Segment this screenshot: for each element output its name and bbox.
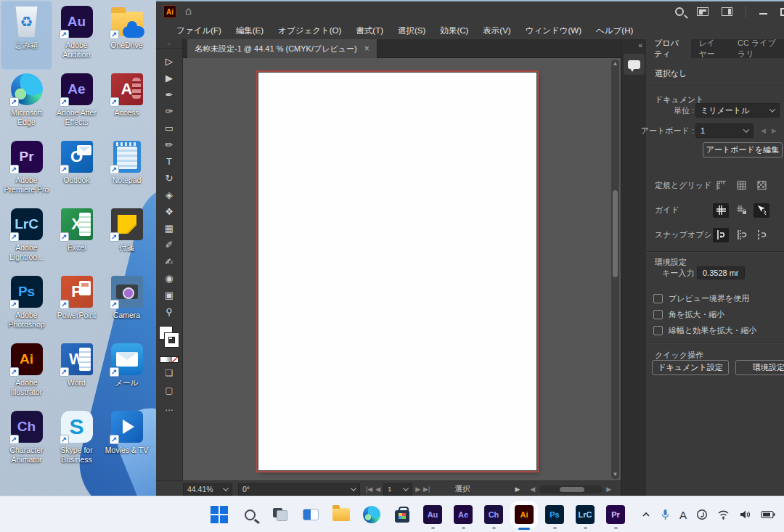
menu-file[interactable]: ファイル(F): [169, 22, 229, 39]
tray-wifi[interactable]: [717, 510, 730, 520]
close-tab-icon[interactable]: ×: [364, 44, 369, 54]
desktop-icon-microsoft-edge[interactable]: ↗ Microsoft Edge: [1, 69, 52, 136]
key-input-field[interactable]: 0.3528 mr: [697, 266, 745, 279]
vertical-scroll-thumb[interactable]: [613, 190, 618, 277]
artboard-select[interactable]: 1: [695, 123, 754, 138]
zoom-level-select[interactable]: 44.41%: [183, 483, 232, 496]
desktop-icon-adobe-photoshop[interactable]: Ps ↗ Adobe Photoshop: [1, 271, 52, 339]
last-artboard-icon[interactable]: ▶|: [423, 486, 430, 493]
taskbar-edge[interactable]: [362, 505, 381, 524]
taskbar-illustrator[interactable]: Ai: [515, 505, 534, 524]
desktop-icon-sticky-notes[interactable]: ↗ 付箋: [102, 204, 152, 271]
grid-icon[interactable]: [733, 179, 749, 193]
stroke-swatch[interactable]: [165, 333, 179, 347]
taskbar-widgets[interactable]: [301, 505, 320, 524]
gradient-icon[interactable]: [166, 357, 172, 362]
screen-mode-icon[interactable]: ▢: [161, 383, 177, 398]
artboard-nav-select[interactable]: 1: [383, 483, 412, 496]
curvature-tool[interactable]: ✑: [160, 103, 179, 120]
eraser-tool[interactable]: ◈: [160, 187, 179, 203]
checkbox-icon[interactable]: [653, 310, 663, 319]
menu-type[interactable]: 書式(T): [348, 22, 391, 39]
desktop-icon-movies-tv[interactable]: ↗ Movies & TV: [102, 406, 152, 474]
selection-tool[interactable]: ▷: [160, 53, 179, 70]
horizontal-scroll-thumb[interactable]: [560, 487, 584, 492]
menu-effect[interactable]: 効果(C): [433, 22, 475, 39]
taskbar-premiere-pro[interactable]: Pr: [606, 505, 625, 524]
unit-select[interactable]: ミリメートル: [695, 103, 780, 118]
scroll-down-icon[interactable]: ▼: [611, 470, 619, 479]
scroll-up-icon[interactable]: ▲: [611, 60, 619, 68]
taskbar-lightroom-classic[interactable]: LrC: [576, 505, 595, 524]
checkbox-icon[interactable]: [653, 294, 663, 303]
tray-volume[interactable]: [739, 510, 751, 520]
desktop-icon-camera[interactable]: ↗ Camera: [102, 271, 152, 339]
desktop-icon-onedrive[interactable]: ↗ OneDrive: [102, 1, 152, 69]
prev-artboard-panel-icon[interactable]: ◀: [761, 127, 766, 134]
draw-mode-icon[interactable]: ❏: [161, 366, 177, 380]
color-mode-bar[interactable]: [160, 356, 179, 363]
menu-object[interactable]: オブジェクト(O): [271, 22, 348, 39]
panel-tab-cc-libraries[interactable]: CC ライブラリ: [730, 39, 784, 58]
tray-battery[interactable]: [761, 510, 775, 519]
menu-edit[interactable]: 編集(E): [229, 22, 271, 39]
color-fill-icon[interactable]: [160, 357, 166, 362]
menu-select[interactable]: 選択(S): [391, 22, 433, 39]
snap-to-pixel-icon[interactable]: [754, 228, 769, 242]
prev-artboard-icon[interactable]: ◀: [375, 486, 380, 493]
desktop-icon-skype-for-business[interactable]: S ↗ Skype for Business: [52, 406, 102, 474]
checkbox-icon[interactable]: [653, 326, 663, 335]
desktop-icon-adobe-lightroom-classic[interactable]: LrC ↗ Adobe Lightroo...: [1, 204, 52, 271]
edit-artboard-button[interactable]: アートボードを編集: [703, 142, 783, 157]
desktop-icon-excel[interactable]: X ↗ Excel: [52, 204, 102, 271]
taskbar-audition[interactable]: Au: [423, 505, 442, 524]
zoom-tool[interactable]: ⚲: [160, 303, 179, 320]
paintbrush-tool[interactable]: ✏: [160, 136, 179, 153]
gradient-tool[interactable]: ▦: [160, 220, 179, 237]
none-icon[interactable]: [172, 357, 178, 362]
artboard-tool[interactable]: ▣: [160, 287, 179, 303]
panel-tab-properties[interactable]: プロパティ: [646, 39, 691, 58]
ruler-corner-icon[interactable]: [713, 179, 729, 193]
taskbar-photoshop[interactable]: Ps: [545, 505, 564, 524]
taskbar-search[interactable]: [240, 505, 259, 524]
direct-selection-tool[interactable]: ▶: [160, 70, 179, 86]
comments-button[interactable]: [624, 54, 645, 75]
taskbar-after-effects[interactable]: Ae: [454, 505, 473, 524]
document-tab[interactable]: 名称未設定-1 @ 44.41 % (CMYK/プレビュー) ×: [187, 39, 377, 58]
tools-panel-grip[interactable]: »: [156, 39, 182, 49]
desktop-icon-adobe-premiere-pro[interactable]: Pr ↗ Adobe Premiere Pro: [1, 136, 52, 204]
smart-guides-icon[interactable]: [754, 203, 769, 218]
symbol-sprayer-tool[interactable]: ◉: [160, 270, 179, 287]
menu-window[interactable]: ウィンドウ(W): [518, 22, 589, 39]
taskbar-character-animator[interactable]: Ch: [484, 505, 503, 524]
preferences-button[interactable]: 環境設定: [735, 360, 784, 375]
document-setup-button[interactable]: ドキュメント設定: [652, 360, 729, 375]
tray-chevron-up[interactable]: [641, 510, 651, 520]
next-artboard-icon[interactable]: ▶: [415, 486, 420, 493]
collapse-panels-icon[interactable]: «: [638, 41, 642, 49]
arrange-documents-icon[interactable]: [697, 7, 709, 16]
maximize-icon[interactable]: [780, 8, 784, 16]
show-guides-icon[interactable]: [713, 203, 729, 218]
desktop-icon-adobe-after-effects[interactable]: Ae ↗ Adobe After Effects: [52, 69, 102, 136]
menu-help[interactable]: ヘルプ(H): [589, 22, 640, 39]
rotate-tool[interactable]: ↻: [160, 170, 179, 187]
desktop-icon-powerpoint[interactable]: P ↗ PowerPoint: [52, 271, 102, 339]
desktop-icon-recycle-bin[interactable]: ♻ ごみ箱: [1, 1, 52, 69]
taskbar-file-explorer[interactable]: [332, 505, 351, 524]
app-icon[interactable]: Ai: [163, 5, 176, 18]
snap-to-grid-icon[interactable]: [733, 228, 749, 242]
eyedropper-tool[interactable]: ✐: [160, 237, 179, 253]
horizontal-scrollbar[interactable]: [539, 486, 602, 494]
tray-ime[interactable]: A: [679, 509, 687, 521]
shape-builder-tool[interactable]: ❖: [160, 203, 179, 220]
pen-tool[interactable]: ✒: [160, 86, 179, 103]
desktop-icon-outlook[interactable]: O ↗ Outlook: [52, 136, 102, 204]
panel-tab-layers[interactable]: レイヤー: [691, 39, 730, 58]
fill-stroke-swatches[interactable]: [158, 326, 180, 355]
lock-guides-icon[interactable]: [733, 203, 749, 218]
desktop-icon-adobe-audition[interactable]: Au ↗ Adobe Audition: [52, 1, 102, 69]
first-artboard-icon[interactable]: |◀: [366, 486, 372, 493]
status-flyout-icon[interactable]: ▶: [515, 486, 520, 493]
